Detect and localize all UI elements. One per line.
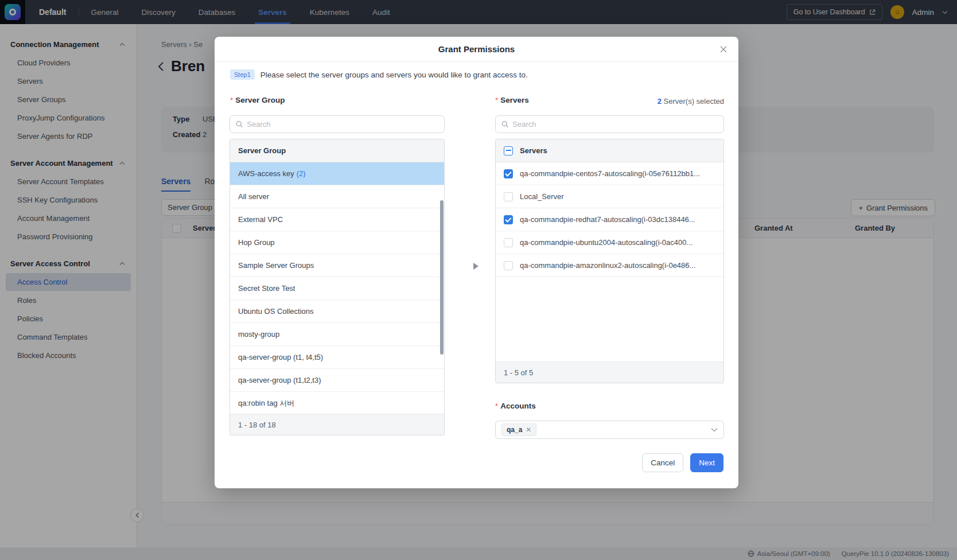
- server-row[interactable]: qa-commandpie-centos7-autoscaling(i-05e7…: [496, 162, 723, 185]
- required-asterisk: *: [230, 96, 233, 104]
- server-group-name: qa-server-group (t1,t2,t3): [238, 376, 321, 384]
- chevron-down-icon: [711, 427, 718, 432]
- servers-list-count: 1 - 5 of 5: [496, 361, 723, 383]
- server-group-row[interactable]: Sample Server Groups: [230, 254, 444, 277]
- step-description: Please select the server groups and serv…: [260, 71, 528, 79]
- server-group-row[interactable]: Secret Store Test: [230, 277, 444, 300]
- transfer-arrow-icon: [473, 263, 478, 270]
- grant-permissions-modal: Grant Permissions Step1 Please select th…: [215, 37, 738, 488]
- server-group-name: All server: [238, 192, 269, 201]
- server-group-name: Secret Store Test: [238, 284, 295, 293]
- server-row[interactable]: qa-commandpie-redhat7-autoscaling(i-03dc…: [496, 208, 723, 231]
- required-asterisk: *: [495, 402, 498, 410]
- checkbox-checked[interactable]: [504, 169, 513, 178]
- modal-title: Grant Permissions: [438, 44, 515, 54]
- server-group-list-count: 1 - 18 of 18: [230, 414, 444, 435]
- checkbox-checked[interactable]: [504, 215, 513, 224]
- step-badge: Step1: [230, 69, 255, 80]
- accounts-select[interactable]: qa_a ✕: [495, 421, 724, 439]
- search-icon: [236, 120, 243, 128]
- server-row[interactable]: qa-commandpie-ubuntu2004-autoscaling(i-0…: [496, 231, 723, 254]
- server-group-name: AWS-access key: [238, 169, 294, 178]
- server-group-list: Server Group AWS-access key(2)All server…: [229, 139, 445, 435]
- server-group-label: *Server Group: [230, 96, 285, 104]
- scrollbar-thumb[interactable]: [440, 200, 444, 355]
- server-name: Local_Server: [520, 192, 715, 201]
- server-name: qa-commandpie-centos7-autoscaling(i-05e7…: [520, 169, 715, 178]
- server-group-row[interactable]: mosty-group: [230, 323, 444, 346]
- checkbox-unchecked[interactable]: [504, 261, 513, 270]
- server-group-name: Sample Server Groups: [238, 261, 314, 270]
- servers-list-header: Servers: [520, 146, 547, 155]
- server-row[interactable]: Local_Server: [496, 185, 723, 208]
- server-group-row[interactable]: AWS-access key(2): [230, 162, 444, 185]
- server-group-row[interactable]: External VPC: [230, 208, 444, 231]
- servers-search[interactable]: [495, 115, 724, 133]
- server-group-name: qa-server-group (t1, t4,t5): [238, 353, 323, 361]
- server-row[interactable]: qa-commandpie-amazonlinux2-autoscaling(i…: [496, 254, 723, 277]
- remove-tag-icon[interactable]: ✕: [526, 426, 531, 434]
- server-group-row[interactable]: Ubuntu OS Collections: [230, 300, 444, 323]
- server-name: qa-commandpie-amazonlinux2-autoscaling(i…: [520, 261, 715, 270]
- account-tag: qa_a ✕: [501, 423, 536, 436]
- server-group-name: Ubuntu OS Collections: [238, 307, 314, 316]
- next-button[interactable]: Next: [690, 453, 723, 472]
- server-name: qa-commandpie-redhat7-autoscaling(i-03dc…: [520, 215, 715, 224]
- server-group-list-header: Server Group: [238, 146, 286, 155]
- server-group-row[interactable]: qa-server-group (t1,t2,t3): [230, 369, 444, 392]
- server-name: qa-commandpie-ubuntu2004-autoscaling(i-0…: [520, 238, 715, 247]
- accounts-label: *Accounts: [495, 402, 536, 410]
- servers-label: *Servers: [495, 96, 529, 104]
- servers-search-input[interactable]: [512, 120, 718, 129]
- server-group-search-input[interactable]: [247, 120, 438, 129]
- servers-list: Servers qa-commandpie-centos7-autoscalin…: [495, 139, 724, 383]
- checkbox-unchecked[interactable]: [504, 238, 513, 247]
- cancel-button[interactable]: Cancel: [642, 453, 683, 472]
- servers-select-all-checkbox[interactable]: [504, 146, 513, 155]
- server-group-count: (2): [297, 169, 306, 178]
- selected-count-info: 2 Server(s) selected: [658, 97, 724, 106]
- server-group-row[interactable]: qa:robin tag 서버: [230, 392, 444, 415]
- server-group-name: External VPC: [238, 215, 283, 224]
- server-group-row[interactable]: Hop Group: [230, 231, 444, 254]
- required-asterisk: *: [495, 96, 498, 104]
- server-group-search[interactable]: [229, 115, 445, 133]
- app-window: Default GeneralDiscoveryDatabasesServers…: [0, 0, 957, 560]
- server-group-name: mosty-group: [238, 330, 279, 339]
- search-icon: [501, 120, 508, 128]
- server-group-row[interactable]: All server: [230, 185, 444, 208]
- close-icon[interactable]: [718, 44, 729, 55]
- checkbox-unchecked[interactable]: [504, 192, 513, 201]
- server-group-name: qa:robin tag 서버: [238, 398, 294, 409]
- server-group-name: Hop Group: [238, 238, 275, 247]
- server-group-row[interactable]: qa-server-group (t1, t4,t5): [230, 346, 444, 369]
